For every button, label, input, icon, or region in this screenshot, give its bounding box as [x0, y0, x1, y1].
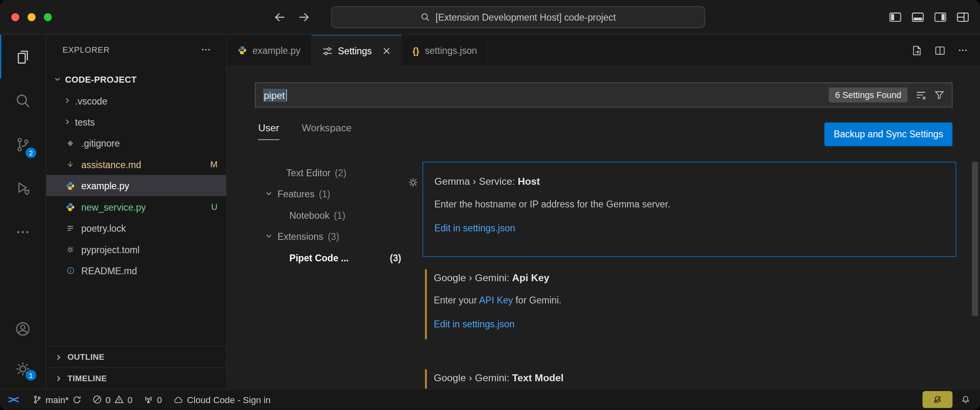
python-icon [65, 202, 75, 211]
do-not-disturb-status[interactable] [922, 391, 952, 408]
tab-settings[interactable]: Settings [312, 35, 402, 66]
setting-title: Google › Gemini: Api Key [434, 271, 945, 285]
gear-icon [65, 245, 75, 253]
toggle-secondary-sidebar-icon[interactable] [934, 12, 946, 21]
manage-gear-icon[interactable]: 1 [0, 348, 46, 389]
additional-views-icon[interactable] [0, 210, 46, 254]
zoom-window-button[interactable] [44, 13, 52, 21]
setting-gear-icon[interactable] [407, 177, 419, 188]
close-tab-icon[interactable] [383, 47, 391, 55]
chevron-right-icon [55, 374, 63, 382]
radio-tower-icon [144, 395, 153, 404]
tree-item-code-project[interactable]: CODE-PROJECT [46, 69, 226, 90]
git-status-badge: M [210, 159, 218, 169]
toc-item-extensions[interactable]: Extensions (3) [227, 226, 423, 247]
warning-icon [114, 395, 124, 404]
split-editor-icon[interactable] [934, 45, 946, 56]
settings-toc: Text Editor (2) Features (1) Notebook (1… [227, 162, 423, 389]
tree-item-assistance-md[interactable]: assistance.md M [46, 154, 226, 175]
clear-search-filters-icon[interactable] [916, 90, 926, 100]
tree-item-gitignore[interactable]: .gitignore [46, 132, 226, 154]
json-braces-icon: {} [413, 45, 419, 56]
settings-found-badge: 6 Settings Found [829, 88, 907, 102]
more-actions-icon[interactable] [957, 45, 968, 56]
explorer-view-icon[interactable] [0, 35, 46, 79]
notifications-bell-icon[interactable] [961, 395, 980, 405]
minimize-window-button[interactable] [28, 13, 36, 21]
git-icon [65, 139, 75, 147]
edit-in-settings-json-link[interactable]: Edit in settings.json [434, 317, 945, 331]
lines-icon [65, 224, 75, 232]
explorer-more-actions-icon[interactable] [201, 44, 211, 55]
chevron-down-icon [265, 190, 273, 198]
cloud-icon [173, 395, 183, 405]
customize-layout-icon[interactable] [957, 12, 969, 21]
ports-status[interactable]: 0 [138, 389, 168, 410]
tab-settings-json[interactable]: {} settings.json [402, 35, 488, 66]
explorer-sidebar: EXPLORER CODE-PROJECT .vscode tests [46, 35, 227, 389]
info-icon [65, 266, 75, 275]
tab-example-py[interactable]: example.py [227, 35, 312, 66]
outline-section-header[interactable]: OUTLINE [46, 346, 226, 367]
chevron-down-icon [265, 233, 273, 240]
tree-item-vscode[interactable]: .vscode [46, 90, 226, 111]
tree-item-poetry-lock[interactable]: poetry.lock [46, 218, 226, 239]
title-bar: [Extension Development Host] code-projec… [0, 0, 980, 34]
toc-item-pipet-code[interactable]: Pipet Code ... (3) [227, 247, 423, 268]
tree-item-new-service-py[interactable]: new_service.py U [46, 196, 226, 217]
api-key-link[interactable]: API Key [479, 295, 513, 305]
backup-sync-settings-button[interactable]: Backup and Sync Settings [824, 122, 952, 146]
setting-google-gemini-text-model[interactable]: Google › Gemini: Text Model [422, 366, 956, 385]
toc-item-features[interactable]: Features (1) [227, 183, 423, 204]
command-center-label: [Extension Development Host] code-projec… [435, 12, 616, 22]
modified-indicator [425, 269, 427, 340]
tree-item-example-py[interactable]: example.py [46, 175, 226, 196]
toc-item-text-editor[interactable]: Text Editor (2) [227, 162, 423, 183]
vscode-window: [Extension Development Host] code-projec… [0, 0, 980, 410]
problems-status[interactable]: 0 0 [87, 389, 138, 410]
forward-arrow-icon[interactable] [298, 12, 310, 22]
markdown-icon [65, 160, 75, 169]
git-branch-status[interactable]: main* [27, 389, 87, 410]
back-arrow-icon[interactable] [274, 12, 285, 22]
close-window-button[interactable] [11, 13, 19, 21]
chevron-right-icon [55, 353, 63, 361]
remote-indicator[interactable]: >< [0, 393, 27, 406]
setting-gemma-service-host[interactable]: Gemma › Service: Host Enter the hostname… [422, 162, 956, 256]
timeline-section-header[interactable]: TIMELINE [46, 367, 226, 389]
tree-item-pyproject-toml[interactable]: pyproject.toml [46, 239, 226, 260]
editor-group: example.py Settings {} settings.json [227, 35, 980, 389]
cloud-code-status[interactable]: Cloud Code - Sign in [168, 389, 276, 410]
sync-icon [73, 395, 81, 404]
tree-item-tests[interactable]: tests [46, 111, 226, 132]
run-debug-view-icon[interactable] [0, 166, 46, 210]
toggle-primary-sidebar-icon[interactable] [889, 12, 901, 21]
search-view-icon[interactable] [0, 79, 46, 122]
python-icon [238, 46, 247, 55]
status-bar: >< main* 0 0 0 [0, 389, 980, 410]
git-branch-icon [32, 395, 42, 404]
modified-indicator [425, 369, 427, 389]
source-control-badge: 2 [26, 147, 36, 158]
filter-icon[interactable] [934, 90, 944, 100]
setting-description: Enter the hostname or IP address for the… [434, 197, 944, 211]
text-caret [286, 89, 287, 101]
edit-in-settings-json-link[interactable]: Edit in settings.json [434, 221, 944, 235]
open-settings-json-icon[interactable] [911, 45, 922, 56]
command-center[interactable]: [Extension Development Host] code-projec… [331, 6, 705, 28]
settings-sliders-icon [322, 46, 332, 56]
scope-tab-workspace[interactable]: Workspace [302, 122, 351, 140]
settings-list: Gemma › Service: Host Enter the hostname… [422, 162, 980, 389]
explorer-title: EXPLORER [62, 45, 110, 54]
tree-item-readme-md[interactable]: README.md [46, 260, 226, 281]
toggle-panel-icon[interactable] [912, 12, 924, 21]
source-control-view-icon[interactable]: 2 [0, 122, 46, 166]
scope-tab-user[interactable]: User [258, 122, 279, 140]
settings-search-input[interactable]: pipet 6 Settings Found [255, 83, 952, 108]
toc-item-notebook[interactable]: Notebook (1) [227, 204, 423, 225]
setting-google-gemini-api-key[interactable]: Google › Gemini: Api Key Enter your API … [422, 266, 956, 331]
vertical-scrollbar[interactable] [972, 162, 978, 316]
settings-editor: pipet 6 Settings Found User Workspace [227, 66, 980, 389]
chevron-right-icon [64, 118, 71, 126]
accounts-icon[interactable] [0, 309, 46, 349]
